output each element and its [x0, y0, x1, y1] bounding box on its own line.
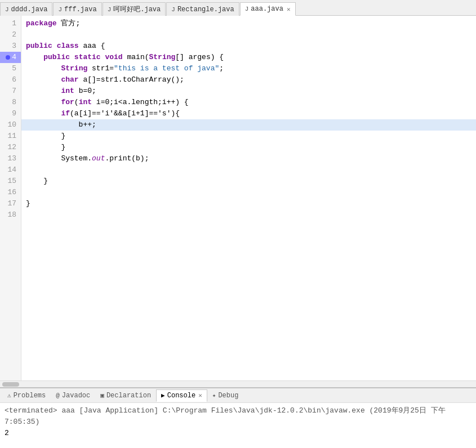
- kw-out: out: [92, 154, 105, 163]
- kw-static: static: [74, 53, 101, 61]
- kw-for: for: [61, 98, 74, 106]
- line-num-16: 16: [0, 187, 21, 198]
- panel-tab-debug[interactable]: ✦ Debug: [207, 389, 244, 402]
- kw-int-8: int: [79, 98, 92, 106]
- line-num-13: 13: [0, 153, 21, 164]
- tab-bar: J dddd.java J fff.java J 呵呵好吧.java J Rec…: [0, 0, 476, 16]
- code-lines[interactable]: package 官方; public class aaa { public st…: [21, 16, 476, 380]
- code-line-8: for(int i=0;i<a.length;i++) {: [21, 97, 476, 108]
- console-output: 2: [5, 428, 471, 439]
- tab-nihao[interactable]: J 呵呵好吧.java: [103, 2, 166, 16]
- line-numbers: 1 2 3 4 5 6 7 8 9 10 11 12 13 14 15 16 1…: [0, 16, 21, 380]
- panel-tab-problems[interactable]: ⚠ Problems: [2, 389, 51, 402]
- line-num-14: 14: [0, 164, 21, 176]
- problems-icon: ⚠: [7, 392, 11, 399]
- tab-label-fff: fff.java: [64, 6, 97, 14]
- line-num-11: 11: [0, 131, 21, 142]
- kw-string-4: String: [149, 53, 176, 61]
- line-num-17: 17: [0, 198, 21, 209]
- code-line-17: }: [21, 198, 476, 209]
- editor-area: 1 2 3 4 5 6 7 8 9 10 11 12 13 14 15 16 1…: [0, 16, 476, 387]
- tab-close-aaa[interactable]: ✕: [287, 6, 291, 13]
- debug-icon: ✦: [212, 392, 216, 399]
- code-line-13: System.out.print(b);: [21, 153, 476, 164]
- line-num-8: 8: [0, 97, 21, 108]
- code-line-9: if(a[i]=='i'&&a[i+1]=='s'){: [21, 108, 476, 119]
- kw-char: char: [61, 75, 78, 84]
- kw-class: class: [57, 42, 79, 50]
- code-line-10: b++;: [21, 119, 476, 131]
- line-num-18: 18: [0, 209, 21, 221]
- line-num-7: 7: [0, 86, 21, 97]
- code-line-16: [21, 187, 476, 198]
- tab-icon-nihao: J: [108, 6, 112, 13]
- panel-tab-console[interactable]: ▶ Console ✕: [156, 389, 207, 402]
- line-num-9: 9: [0, 108, 21, 119]
- panel-tab-declaration[interactable]: ▣ Declaration: [95, 389, 156, 402]
- line-num-6: 6: [0, 74, 21, 86]
- tab-label-dddd: dddd.java: [11, 6, 48, 14]
- tab-icon-aaa: J: [245, 6, 249, 12]
- line-num-12: 12: [0, 142, 21, 153]
- panel-tab-javadoc[interactable]: @ Javadoc: [51, 389, 95, 402]
- panel-tab-bar: ⚠ Problems @ Javadoc ▣ Declaration ▶ Con…: [0, 388, 476, 403]
- h-scroll-thumb[interactable]: [2, 382, 19, 387]
- code-line-3: public class aaa {: [21, 41, 476, 52]
- line-num-10: 10: [0, 119, 21, 131]
- code-line-6: char a[]=str1.toCharArray();: [21, 74, 476, 86]
- code-line-18: [21, 209, 476, 221]
- kw-string-5: String: [61, 64, 87, 73]
- editor-content: 1 2 3 4 5 6 7 8 9 10 11 12 13 14 15 16 1…: [0, 16, 476, 380]
- line-num-4: 4: [0, 52, 21, 63]
- str-1: "this is a test of java": [114, 64, 219, 73]
- code-line-1: package 官方;: [21, 18, 476, 29]
- code-line-12: }: [21, 142, 476, 153]
- kw-if: if: [61, 109, 70, 118]
- line-num-1: 1: [0, 18, 21, 29]
- tab-label-nihao: 呵呵好吧.java: [113, 5, 161, 14]
- code-line-5: String str1="this is a test of java";: [21, 63, 476, 74]
- horizontal-scrollbar[interactable]: [0, 380, 476, 387]
- line-num-3: 3: [0, 41, 21, 52]
- javadoc-icon: @: [56, 392, 60, 399]
- line-num-2: 2: [0, 29, 21, 41]
- line-num-5: 5: [0, 63, 21, 74]
- line-num-15: 15: [0, 176, 21, 187]
- tab-icon-dddd: J: [5, 6, 9, 13]
- code-line-7: int b=0;: [21, 86, 476, 97]
- tab-fff[interactable]: J fff.java: [53, 2, 101, 16]
- console-close-icon[interactable]: ✕: [198, 392, 202, 399]
- panel-tab-console-label: Console: [167, 392, 195, 400]
- kw-package: package: [26, 19, 57, 28]
- kw-public-3: public: [26, 42, 52, 50]
- tab-icon-rectangle: J: [171, 6, 175, 13]
- code-line-4: public static void main(String[] arges) …: [21, 52, 476, 63]
- panel-tab-declaration-label: Declaration: [106, 392, 151, 400]
- console-icon: ▶: [161, 392, 165, 399]
- panel-tab-debug-label: Debug: [218, 392, 238, 400]
- code-line-15: }: [21, 176, 476, 187]
- kw-int-7: int: [61, 87, 74, 95]
- tab-aaa[interactable]: J aaa.java ✕: [240, 2, 296, 16]
- kw-void: void: [105, 53, 122, 61]
- tab-icon-fff: J: [58, 6, 62, 13]
- kw-public-4: public: [43, 53, 70, 61]
- declaration-icon: ▣: [100, 392, 104, 399]
- panel-tab-javadoc-label: Javadoc: [62, 392, 90, 400]
- tab-label-rectangle: Rectangle.java: [177, 6, 234, 14]
- code-line-2: [21, 29, 476, 41]
- tab-dddd[interactable]: J dddd.java: [0, 2, 52, 16]
- console-terminated-line: <terminated> aaa [Java Application] C:\P…: [5, 405, 471, 428]
- panel-tab-problems-label: Problems: [14, 392, 46, 400]
- code-line-14: [21, 164, 476, 176]
- tab-label-aaa: aaa.java: [251, 5, 283, 13]
- console-content: <terminated> aaa [Java Application] C:\P…: [0, 403, 476, 448]
- code-line-11: }: [21, 131, 476, 142]
- bottom-panel: ⚠ Problems @ Javadoc ▣ Declaration ▶ Con…: [0, 387, 476, 448]
- tab-rectangle[interactable]: J Rectangle.java: [166, 2, 239, 16]
